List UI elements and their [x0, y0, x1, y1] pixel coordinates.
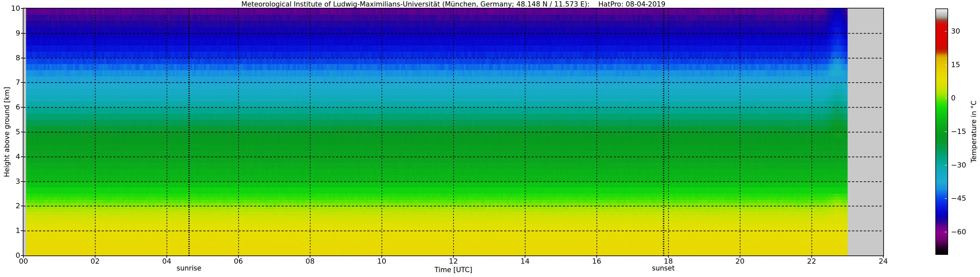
x-axis-label: Time [UTC] [24, 266, 883, 274]
colorbar-tick-mark [945, 131, 947, 132]
y-tick-label: 4 [0, 153, 20, 161]
colorbar-tick-mark [945, 165, 947, 166]
x-tick-label: 12 [442, 258, 465, 265]
colorbar-tick-label: −30 [951, 161, 980, 169]
colorbar-tick-mark [945, 98, 947, 99]
y-tick-label: 8 [0, 54, 20, 62]
x-tick-label: 08 [299, 258, 321, 265]
x-tick-label: 04 [155, 258, 178, 265]
y-tick-label: 5 [0, 128, 20, 136]
y-tick-mark [21, 8, 23, 9]
y-tick-mark [21, 132, 23, 132]
colorbar-tick-mark [945, 198, 947, 199]
sunset-annotation: sunset [637, 264, 689, 272]
temperature-heatmap-canvas [24, 8, 883, 255]
y-tick-mark [21, 156, 23, 157]
x-tick-label: 14 [514, 258, 536, 265]
y-tick-label: 10 [0, 5, 20, 13]
x-tick-label: 18 [657, 258, 680, 265]
y-tick-mark [21, 205, 23, 206]
colorbar-tick-mark [945, 31, 947, 32]
y-tick-mark [21, 82, 23, 83]
chart-title: Meteorological Institute of Ludwig-Maxim… [24, 0, 883, 8]
y-tick-mark [21, 231, 23, 231]
colorbar-tick-mark [945, 65, 947, 65]
y-tick-label: 3 [0, 178, 20, 185]
x-tick-label: 20 [729, 258, 751, 265]
figure: Meteorological Institute of Ludwig-Maxim… [0, 0, 980, 277]
y-tick-label: 1 [0, 227, 20, 235]
x-tick-label: 00 [12, 258, 35, 265]
y-tick-mark [21, 181, 23, 182]
plot-area [23, 8, 884, 256]
colorbar-tick-label: 0 [951, 94, 980, 102]
y-tick-label: 6 [0, 103, 20, 111]
y-tick-mark [21, 107, 23, 108]
y-tick-mark [21, 58, 23, 58]
x-tick-label: 16 [585, 258, 608, 265]
colorbar-tick-label: −60 [951, 228, 980, 236]
y-tick-label: 7 [0, 78, 20, 86]
colorbar-tick-label: −45 [951, 194, 980, 202]
x-tick-label: 24 [872, 258, 895, 265]
y-tick-mark [21, 33, 23, 33]
y-tick-label: 9 [0, 29, 20, 37]
colorbar-tick-label: 30 [951, 27, 980, 35]
y-tick-mark [21, 255, 23, 256]
x-tick-label: 10 [370, 258, 393, 265]
y-tick-label: 2 [0, 202, 20, 210]
x-tick-label: 06 [227, 258, 250, 265]
x-tick-label: 02 [84, 258, 107, 265]
colorbar-tick-label: −15 [951, 128, 980, 135]
x-tick-label: 22 [800, 258, 823, 265]
colorbar-tick-mark [945, 232, 947, 232]
sunrise-annotation: sunrise [163, 264, 215, 272]
colorbar-tick-label: 15 [951, 61, 980, 69]
